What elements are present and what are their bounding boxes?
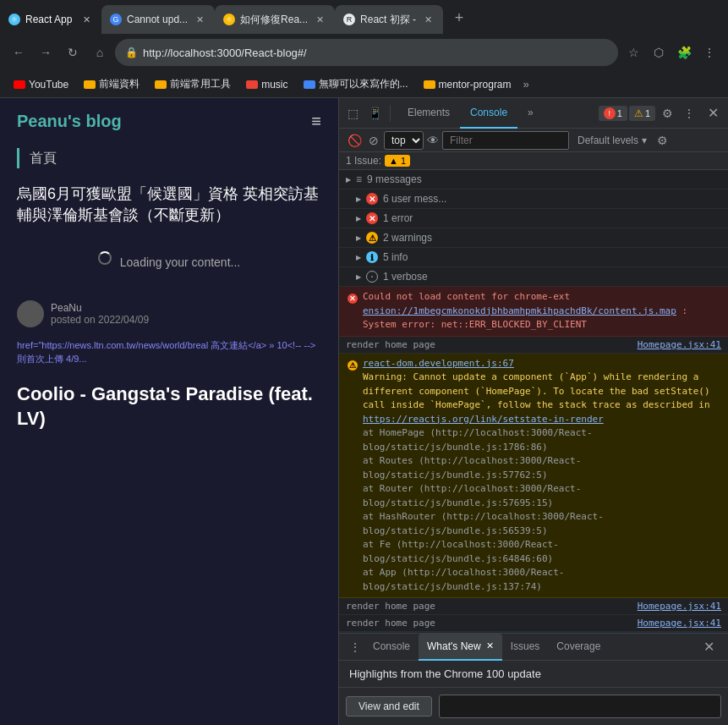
devtools-panel: ⬚ 📱 Elements Console » ! 1 ⚠ 1 ⚙ ⋮ (338, 98, 728, 725)
bookmark-mentor[interactable]: mentor-program (417, 77, 518, 92)
bookmark-label-mentor: mentor-program (439, 79, 512, 91)
tab-how-fix[interactable]: ⚛ 如何修復Rea... ✕ (215, 5, 335, 34)
tab-react-app[interactable]: ⚛ React App ✕ (0, 5, 101, 34)
loading-text: Loading your content... (120, 255, 240, 269)
new-tab-button[interactable]: + (446, 5, 472, 30)
warning-trace-4: at HashRouter (http://localhost:3000/Rea… (363, 510, 721, 538)
warning-source-link[interactable]: react-dom.development.js:67 (363, 358, 514, 369)
view-edit-input[interactable] (439, 695, 721, 718)
devtools-tab-console[interactable]: Console (460, 98, 517, 129)
messages-group-6user-header[interactable]: ▶ ✕ 6 user mess... (339, 189, 728, 208)
devtools-tab-elements[interactable]: Elements (397, 98, 460, 129)
view-edit-button[interactable]: View and edit (346, 696, 432, 717)
issues-badge-btn[interactable]: ! 1 (599, 106, 627, 121)
messages-group-1verbose-header[interactable]: ▶ · 1 verbose (339, 267, 728, 286)
messages-group-9-header[interactable]: ▶ ≡ 9 messages (339, 170, 728, 189)
issue-bar-label: 1 Issue: (346, 155, 381, 167)
refresh-button[interactable]: ↻ (61, 41, 85, 64)
chevron-down-icon: ▾ (642, 135, 647, 146)
error-icon-1error: ✕ (366, 212, 378, 224)
eye-icon[interactable]: 👁 (427, 134, 439, 147)
bottom-panel-close-icon[interactable]: ✕ (697, 639, 721, 655)
clear-console-icon[interactable]: 🚫 (346, 132, 364, 149)
filter-input[interactable] (442, 131, 569, 150)
close-tab-react-init[interactable]: ✕ (421, 13, 435, 26)
device-mode-icon[interactable]: 📱 (364, 103, 385, 124)
verbose-icon: · (366, 271, 378, 283)
frontend-tools-favicon (155, 80, 167, 89)
warning-block: ⚠ react-dom.development.js:67 Warning: C… (339, 354, 728, 599)
bottom-tab-more-left[interactable]: ⋮ (346, 640, 364, 654)
render-file-3[interactable]: Homepage.jsx:41 (638, 618, 721, 629)
bottom-tab-coverage[interactable]: Coverage (548, 634, 609, 661)
post-date: posted on 2022/04/09 (51, 314, 149, 326)
messages-group-2warn: ▶ ⚠ 2 warnings (339, 228, 728, 248)
messages-6user-label: 6 user mess... (383, 193, 446, 205)
bottom-tabs-bar: ⋮ Console What's New ✕ Issues Coverage ✕ (339, 634, 728, 661)
bookmark-frontend-data[interactable]: 前端資料 (77, 75, 146, 93)
toolbar-icons: ☆ ⬡ 🧩 ⋮ (621, 41, 721, 64)
default-levels-button[interactable]: Default levels ▾ (572, 133, 652, 148)
devtools-panel-icons: ⬚ 📱 (339, 103, 397, 124)
close-tab-cannot-upd[interactable]: ✕ (193, 13, 206, 26)
bookmark-boring[interactable]: 無聊可以來寫作的... (297, 75, 415, 93)
warn-triangle-icon: ⚠ (634, 107, 643, 119)
forward-button[interactable]: → (34, 41, 57, 64)
warning-trace-2: at Routes (http://localhost:3000/React-b… (363, 454, 721, 482)
bottom-tab-whats-new[interactable]: What's New ✕ (419, 634, 502, 661)
messages-group-2warn-header[interactable]: ▶ ⚠ 2 warnings (339, 228, 728, 247)
render-row-3: render home page Homepage.jsx:41 (339, 615, 728, 632)
render-label-1: render home page (346, 339, 435, 350)
mentor-favicon (424, 80, 435, 89)
warn-badge-btn[interactable]: ⚠ 1 (629, 106, 655, 121)
tab-react-init[interactable]: R React 初探 - ✕ (335, 5, 443, 34)
bottom-tab-issues[interactable]: Issues (502, 634, 549, 661)
console-messages: ▶ ≡ 9 messages ▶ ✕ 6 user mess... ▶ ✕ 1 (339, 170, 728, 633)
tab-title-react-app: React App (25, 14, 74, 25)
bookmark-youtube[interactable]: YouTube (7, 77, 75, 92)
devtools-tab-more[interactable]: » (517, 98, 544, 129)
extensions-icon[interactable]: 🧩 (672, 41, 696, 64)
warning-link[interactable]: https://reactjs.org/link/setstate-in-ren… (363, 414, 604, 425)
console-toolbar: 🚫 ⊘ top 👁 Default levels ▾ ⚙ (339, 129, 728, 152)
back-button[interactable]: ← (7, 41, 30, 64)
close-tab-how-fix[interactable]: ✕ (313, 13, 326, 26)
blog-title: Peanu's blog (17, 112, 122, 131)
messages-group-5info-header[interactable]: ▶ ℹ 5 info (339, 248, 728, 266)
tab-title-cannot-upd: Cannot upd... (127, 14, 188, 25)
console-gear-icon[interactable]: ⚙ (655, 132, 670, 149)
blog-nav-home[interactable]: 首頁 (30, 150, 57, 168)
hamburger-icon[interactable]: ≡ (311, 112, 321, 131)
error-link-1[interactable]: ension://1mbegcmkonokdjbhbamhpmkihpachdB… (363, 305, 676, 316)
top-context-select[interactable]: top (384, 131, 424, 150)
close-whats-new-icon[interactable]: ✕ (486, 640, 494, 651)
more-menu-icon[interactable]: ⋮ (698, 41, 721, 64)
bottom-tab-console[interactable]: Console (364, 634, 419, 661)
console-settings-icon[interactable]: ⊘ (367, 132, 380, 149)
bookmark-icon[interactable]: ☆ (621, 41, 645, 64)
inspect-icon[interactable]: ⬚ (342, 103, 363, 124)
warning-trace-3: at Router (http://localhost:3000/React-b… (363, 482, 721, 510)
close-tab-react-app[interactable]: ✕ (79, 13, 93, 26)
devtools-close-icon[interactable]: ✕ (701, 102, 725, 125)
render-file-2[interactable]: Homepage.jsx:41 (638, 601, 721, 612)
bookmark-frontend-tools[interactable]: 前端常用工具 (148, 75, 238, 93)
issue-badge[interactable]: ▲ 1 (385, 155, 410, 167)
warning-trace-6: at App (http://localhost:3000/React-blog… (363, 566, 721, 594)
bookmarks-more-icon[interactable]: » (523, 78, 529, 91)
home-button[interactable]: ⌂ (88, 41, 112, 64)
profile-icon[interactable]: ⬡ (647, 41, 671, 64)
address-input[interactable]: 🔒 http://localhost:3000/React-blog#/ (115, 39, 618, 66)
bookmark-label-boring: 無聊可以來寫作的... (319, 77, 408, 91)
bookmark-music[interactable]: music (239, 77, 294, 92)
list-icon: ≡ (356, 173, 362, 185)
messages-group-1error-header[interactable]: ▶ ✕ 1 error (339, 209, 728, 228)
tab-cannot-upd[interactable]: G Cannot upd... ✕ (101, 5, 215, 34)
devtools-settings-icon[interactable]: ⚙ (657, 103, 677, 124)
devtools-more-icon[interactable]: ⋮ (679, 103, 699, 124)
bookmark-label-youtube: YouTube (29, 79, 68, 91)
render-file-1[interactable]: Homepage.jsx:41 (638, 339, 721, 350)
triangle-icon-6user: ▶ (356, 195, 361, 203)
warning-text: react-dom.development.js:67 Warning: Can… (363, 357, 721, 427)
blog-side: Peanu's blog ≡ 首頁 烏國6月可獲歐盟「候選國」資格 英相突訪基輔… (0, 98, 338, 725)
